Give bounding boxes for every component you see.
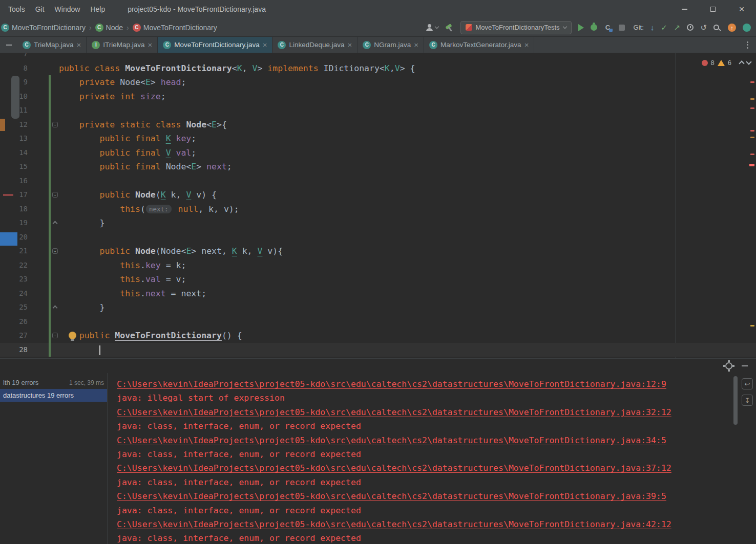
breadcrumb-item[interactable]: MoveToFrontDictionary — [1, 24, 86, 32]
code-text[interactable]: public Node(K k, V v) { — [59, 188, 756, 202]
run-button[interactable] — [578, 24, 584, 31]
debug-button[interactable] — [591, 24, 597, 31]
code-text[interactable]: this.val = v; — [59, 272, 756, 287]
tab-itriemap-java[interactable]: ITrieMap.java — [87, 37, 158, 53]
code-text[interactable] — [59, 343, 756, 357]
tab-movetofrontdictionary-java[interactable]: MoveToFrontDictionary.java — [158, 37, 272, 53]
problems-row-label: ith 19 errors — [3, 379, 38, 386]
inspections-widget[interactable]: 8 6 — [702, 59, 751, 67]
tab-close-icon[interactable] — [348, 41, 352, 49]
git-push-button[interactable] — [674, 24, 681, 31]
intention-bulb-icon[interactable] — [69, 332, 76, 339]
error-file-link[interactable]: C:\Users\kevin\IdeaProjects\project05-kd… — [117, 377, 756, 391]
error-file-link[interactable]: C:\Users\kevin\IdeaProjects\project05-kd… — [117, 433, 756, 447]
error-file-link[interactable]: C:\Users\kevin\IdeaProjects\project05-kd… — [117, 461, 756, 475]
error-file-link[interactable]: C:\Users\kevin\IdeaProjects\project05-kd… — [117, 517, 756, 531]
build-console[interactable]: C:\Users\kevin\IdeaProjects\project05-kd… — [108, 373, 756, 544]
code-text[interactable]: public MoveToFrontDictionary() { — [59, 329, 756, 343]
scroll-to-end-button[interactable] — [742, 395, 753, 406]
hide-panel-icon[interactable] — [742, 365, 748, 366]
error-stripe-mark[interactable] — [750, 130, 754, 132]
history-button[interactable] — [687, 24, 694, 31]
code-with-me-icon[interactable] — [743, 24, 751, 32]
tab-close-icon[interactable] — [148, 41, 153, 49]
warning-stripe-mark[interactable] — [750, 137, 754, 138]
fold-marker[interactable] — [52, 192, 58, 198]
breadcrumb-item[interactable]: Node — [95, 24, 123, 32]
tab-markovtextgenerator-java[interactable]: MarkovTextGenerator.java — [424, 37, 534, 53]
fold-marker[interactable] — [52, 122, 58, 127]
code-text[interactable]: public final V val; — [59, 146, 756, 160]
problems-tree-row[interactable]: datastructures 19 errors — [0, 389, 107, 402]
error-stripe-mark[interactable] — [750, 154, 754, 155]
left-scrollbar-thumb[interactable] — [11, 76, 19, 119]
code-text[interactable] — [59, 103, 756, 118]
code-text[interactable]: public final Node<E> next; — [59, 160, 756, 174]
next-problem-icon[interactable] — [746, 59, 751, 64]
menu-item-git[interactable]: Git — [30, 0, 50, 18]
warning-stripe-mark[interactable] — [750, 325, 754, 327]
vcs-change-bar — [49, 90, 51, 104]
code-text[interactable]: private static class Node<E>{ — [59, 118, 756, 132]
tab-close-icon[interactable] — [77, 41, 81, 49]
code-text[interactable] — [59, 174, 756, 188]
fold-marker[interactable] — [53, 221, 58, 226]
error-file-link[interactable]: C:\Users\kevin\IdeaProjects\project05-kd… — [117, 489, 756, 503]
error-stripe-mark[interactable] — [749, 164, 754, 166]
tab-close-icon[interactable] — [524, 41, 529, 49]
code-editor[interactable]: 78public class MoveToFrontDictionary<K, … — [0, 53, 756, 358]
console-scrollbar[interactable] — [733, 376, 738, 425]
run-configuration-select[interactable]: MoveToFrontDictionaryTests — [460, 21, 572, 34]
minimize-button[interactable] — [670, 0, 699, 18]
code-text[interactable]: private Node<E> head; — [59, 75, 756, 90]
code-text[interactable]: this.key = k; — [59, 258, 756, 273]
fold-marker[interactable] — [53, 306, 58, 311]
menu-item-tools[interactable]: Tools — [3, 0, 30, 18]
tab-linkeddeque-java[interactable]: LinkedDeque.java — [272, 37, 358, 53]
code-text[interactable]: public class MoveToFrontDictionary<K, V>… — [59, 61, 756, 76]
error-file-link[interactable]: C:\Users\kevin\IdeaProjects\project05-kd… — [117, 405, 756, 419]
tab-triemap-java[interactable]: TrieMap.java — [17, 37, 87, 53]
close-button[interactable] — [727, 0, 756, 18]
code-text[interactable]: public Node(Node<E> next, K k, V v){ — [59, 244, 756, 258]
coverage-button[interactable] — [604, 24, 612, 32]
tab-options-kebab-icon[interactable] — [739, 37, 756, 53]
code-text[interactable]: public final K key; — [59, 132, 756, 146]
previous-problem-icon[interactable] — [739, 60, 744, 66]
fold-marker[interactable] — [52, 248, 58, 254]
git-commit-button[interactable] — [661, 24, 667, 31]
stop-button[interactable] — [619, 25, 625, 31]
search-everywhere-button[interactable] — [713, 25, 719, 30]
code-text[interactable]: this(next: null, k, v); — [59, 202, 756, 216]
gutter — [30, 188, 59, 202]
hide-tabs-icon[interactable] — [0, 37, 17, 53]
titlebar: ToolsGitWindowHelp project05-kdo - MoveT… — [0, 0, 756, 18]
code-text[interactable] — [59, 230, 756, 245]
ide-update-icon[interactable] — [728, 24, 736, 32]
tab-close-icon[interactable] — [414, 41, 418, 49]
error-stripe-mark[interactable] — [750, 81, 754, 83]
gear-icon[interactable] — [725, 362, 732, 369]
fold-marker[interactable] — [52, 333, 58, 338]
tab-close-icon[interactable] — [263, 41, 267, 49]
git-update-button[interactable] — [650, 24, 655, 31]
error-stripe-mark[interactable] — [750, 107, 754, 109]
code-text[interactable]: private int size; — [59, 90, 756, 104]
warning-stripe-mark[interactable] — [750, 98, 754, 100]
menu-item-help[interactable]: Help — [85, 0, 110, 18]
code-text[interactable]: this.next = next; — [59, 287, 756, 301]
soft-wrap-button[interactable] — [742, 378, 753, 389]
code-text[interactable]: } — [59, 216, 756, 230]
gutter — [30, 75, 59, 90]
user-menu-button[interactable] — [426, 24, 438, 31]
menu-item-window[interactable]: Window — [50, 0, 86, 18]
code-text[interactable] — [59, 53, 756, 61]
build-button[interactable] — [445, 24, 454, 32]
tab-ngram-java[interactable]: NGram.java — [358, 37, 424, 53]
problems-tree-row[interactable]: ith 19 errors1 sec, 39 ms — [0, 376, 107, 389]
code-text[interactable] — [59, 315, 756, 329]
rollback-button[interactable] — [700, 24, 707, 31]
maximize-button[interactable] — [699, 0, 727, 18]
code-text[interactable]: } — [59, 300, 756, 315]
breadcrumb-item[interactable]: MoveToFrontDictionary — [133, 24, 217, 32]
